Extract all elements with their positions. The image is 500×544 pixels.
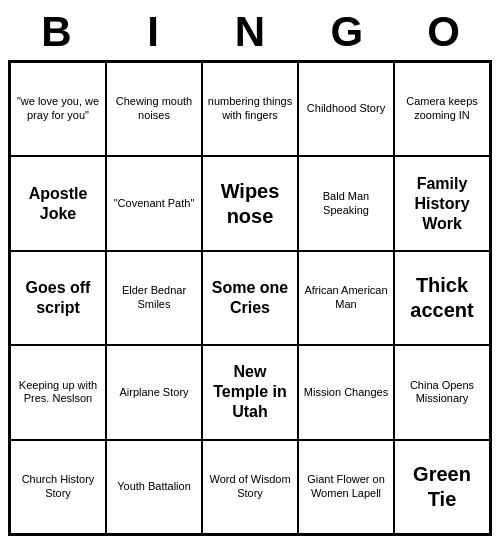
table-row: Some one Cries: [202, 251, 298, 345]
letter-b: B: [12, 8, 100, 56]
table-row: numbering things with fingers: [202, 62, 298, 156]
table-row: Wipes nose: [202, 156, 298, 250]
table-row: Giant Flower on Women Lapell: [298, 440, 394, 534]
table-row: Green Tie: [394, 440, 490, 534]
letter-i: I: [109, 8, 197, 56]
bingo-title: B I N G O: [8, 8, 492, 56]
table-row: Family History Work: [394, 156, 490, 250]
table-row: Airplane Story: [106, 345, 202, 439]
table-row: Bald Man Speaking: [298, 156, 394, 250]
table-row: Chewing mouth noises: [106, 62, 202, 156]
table-row: Elder Bednar Smiles: [106, 251, 202, 345]
table-row: Childhood Story: [298, 62, 394, 156]
letter-g: G: [303, 8, 391, 56]
letter-n: N: [206, 8, 294, 56]
table-row: Camera keeps zooming IN: [394, 62, 490, 156]
bingo-grid: "we love you, we pray for you"Chewing mo…: [8, 60, 492, 536]
table-row: Youth Battalion: [106, 440, 202, 534]
letter-o: O: [400, 8, 488, 56]
table-row: Goes off script: [10, 251, 106, 345]
table-row: New Temple in Utah: [202, 345, 298, 439]
table-row: "we love you, we pray for you": [10, 62, 106, 156]
table-row: Church History Story: [10, 440, 106, 534]
table-row: China Opens Missionary: [394, 345, 490, 439]
table-row: Word of Wisdom Story: [202, 440, 298, 534]
table-row: Mission Changes: [298, 345, 394, 439]
table-row: "Covenant Path": [106, 156, 202, 250]
table-row: Keeping up with Pres. Neslson: [10, 345, 106, 439]
table-row: Thick accent: [394, 251, 490, 345]
table-row: African American Man: [298, 251, 394, 345]
table-row: Apostle Joke: [10, 156, 106, 250]
